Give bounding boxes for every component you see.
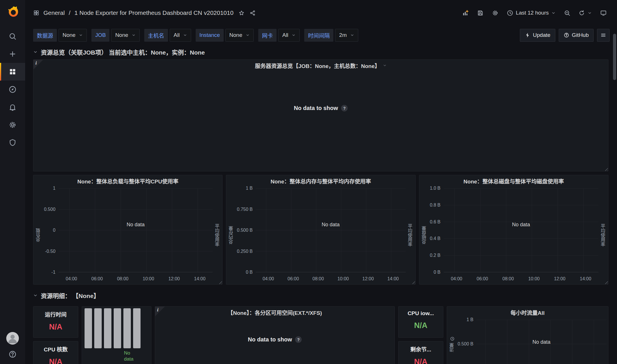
sidebar-item-help[interactable] [9, 350, 17, 359]
sidebar-item-alerting[interactable] [0, 98, 25, 116]
panel-title[interactable]: 服务器资源总览【JOB：None，主机总数：None】 [33, 60, 608, 71]
panel-disk: None：整体总磁盘与整体平均磁盘使用率 总磁盘量 1.0 B0.8 B0.6 … [419, 175, 608, 285]
sidebar-item-create[interactable] [0, 45, 25, 63]
stat-value: N/A [49, 323, 63, 331]
sidebar-item-dashboards[interactable] [0, 63, 25, 81]
variable-value-dropdown[interactable]: None [111, 29, 139, 42]
stat-value: N/A [414, 321, 428, 330]
breadcrumb-folder[interactable]: General [43, 9, 65, 16]
zoom-out-button[interactable] [561, 7, 573, 19]
panel-menu-button[interactable] [597, 29, 610, 42]
variable-label: 数据源 [33, 29, 57, 42]
panel-bar-gauge: No data [82, 306, 151, 364]
add-panel-button[interactable] [459, 7, 472, 19]
variable-label: 主机名 [144, 29, 168, 42]
monitor-icon [600, 10, 607, 16]
chevron-down-icon [33, 50, 38, 54]
chart: 总负载 10.5000-0.50-1 No data 04:0006:0008:… [33, 187, 222, 284]
panel-title[interactable]: 剩余节... [410, 345, 431, 353]
y-axis-label-right: 平均使用率 [213, 188, 221, 282]
scrollbar-thumb[interactable] [613, 34, 616, 80]
panel-title[interactable]: None：整体总磁盘与整体平均磁盘使用率 [419, 175, 608, 187]
refresh-button[interactable] [576, 7, 595, 19]
no-data-label: No data [256, 222, 405, 228]
sidebar [0, 0, 25, 364]
row-header-overview[interactable]: 资源总览（关联JOB项） 当前选中主机：None，实例：None [33, 45, 608, 59]
row-title-text: 资源明细： 【None】 [41, 291, 99, 300]
panel-title[interactable]: 【None】：各分区可用空间(EXT.*/XFS) [155, 307, 394, 318]
variable-value-dropdown[interactable]: None [59, 29, 87, 42]
refresh-icon [578, 10, 585, 16]
panel-title[interactable]: None：整体总负载与整体平均CPU使用率 [33, 175, 222, 187]
github-button[interactable]: GitHub [559, 29, 594, 42]
page-scrollbar [613, 0, 616, 364]
panel-title[interactable]: 运行时间 [45, 310, 67, 318]
panel-cpu-cores: CPU 核数 N/A [33, 341, 78, 364]
time-range-picker[interactable]: Last 12 hours [504, 7, 558, 19]
star-icon[interactable] [239, 10, 245, 16]
variable-job: JOB None [91, 29, 139, 42]
cycle-icon [450, 336, 455, 341]
gauge-bar [104, 308, 111, 348]
y-axis-label-left: 总磁盘量 [420, 188, 428, 282]
y-axis-label-left: 总内存量 [227, 188, 235, 282]
breadcrumb-divider: / [69, 9, 71, 16]
sidebar-item-server-admin[interactable] [0, 134, 25, 151]
stat-value: N/A [49, 357, 63, 364]
charts-row: None：整体总负载与整体平均CPU使用率 总负载 10.5000-0.50-1… [33, 175, 608, 285]
variable-label: JOB [91, 29, 109, 42]
panel-title[interactable]: CPU iow... [408, 310, 434, 317]
share-icon[interactable] [250, 10, 256, 16]
dashboard-settings-button[interactable] [489, 7, 502, 19]
panel-load-cpu: None：整体总负载与整体平均CPU使用率 总负载 10.5000-0.50-1… [33, 175, 223, 285]
save-dashboard-button[interactable] [474, 7, 487, 19]
caret-down-icon [79, 33, 83, 37]
x-axis-ticks: 04:0006:0008:0010:0012:0014:00 [59, 272, 213, 282]
avatar[interactable] [6, 332, 19, 345]
variable-interval: 时间间隔 2m [304, 29, 358, 42]
settings-icon [492, 10, 498, 16]
info-icon[interactable]: i [33, 60, 43, 69]
gauge-bar [94, 308, 102, 348]
variable-value-dropdown[interactable]: All [278, 29, 300, 42]
breadcrumb: General / 1 Node Exporter for Prometheus… [33, 9, 256, 16]
dashboard-title[interactable]: 1 Node Exporter for Prometheus Dashboard… [75, 9, 234, 16]
y-axis-ticks: 1 B0.500 B0 B [456, 320, 476, 364]
y-axis-label-left: 总负载 [35, 188, 43, 282]
panel-cpu-iowait: CPU iow... N/A [398, 306, 443, 338]
stat-column-right: CPU iow... N/A 剩余节... N/A [398, 306, 443, 364]
sidebar-item-search[interactable] [0, 27, 25, 45]
question-circle-icon: ? [295, 336, 302, 343]
variable-label: 网卡 [258, 29, 277, 42]
row-title-text: 资源总览（关联JOB项） 当前选中主机：None，实例：None [41, 48, 205, 56]
help-icon [9, 350, 17, 358]
variable-label: 时间间隔 [304, 29, 333, 42]
configuration-gear-icon [9, 121, 17, 129]
caret-down-icon [551, 11, 556, 15]
sidebar-item-explore[interactable] [0, 81, 25, 98]
gauge-bar [114, 308, 121, 348]
sidebar-item-configuration[interactable] [0, 116, 25, 134]
row-header-detail[interactable]: 资源明细： 【None】 [33, 285, 608, 306]
refresh-interval-caret-icon [588, 11, 592, 15]
variable-value-dropdown[interactable]: All [170, 29, 191, 42]
y-axis-label-right: 平均使用率 [598, 188, 606, 282]
grafana-logo[interactable] [5, 4, 20, 19]
panel-title[interactable]: CPU 核数 [44, 345, 67, 353]
panel-title[interactable]: 每小时流量All [447, 307, 608, 318]
panel-title[interactable]: None：整体总内存与整体平均内存使用率 [226, 175, 415, 187]
clock-icon [507, 10, 513, 16]
update-button[interactable]: Update [520, 29, 555, 42]
admin-shield-icon [9, 139, 17, 147]
resize-corner[interactable] [604, 167, 608, 171]
x-axis-ticks: 04:0006:0008:0010:0012:0014:00 [256, 272, 405, 282]
variable-value-dropdown[interactable]: 2m [335, 29, 358, 42]
variable-value-dropdown[interactable]: None [225, 29, 254, 42]
question-circle-icon: ? [341, 105, 348, 111]
save-icon [477, 10, 484, 16]
caret-down-icon [183, 33, 187, 37]
explore-compass-icon [9, 85, 17, 93]
kiosk-mode-button[interactable] [597, 7, 610, 19]
info-icon[interactable]: i [155, 307, 165, 316]
y-axis-ticks: 1 B0.750 B0.500 B0.250 B0 B [235, 188, 256, 272]
